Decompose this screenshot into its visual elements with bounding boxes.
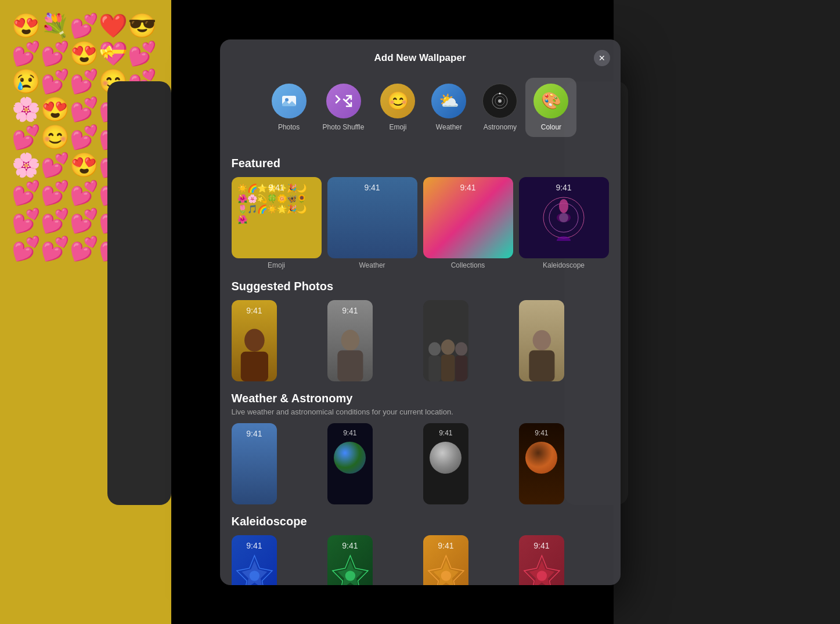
background-right: [614, 0, 840, 624]
featured-emoji-card[interactable]: ☀️🌈⭐🌟✨🎉🌙🌺🌸💫🍀🌼🦋🌻🌷🎵🌈☀️🌟🎉🌙🌺 9:41: [232, 177, 322, 258]
photos-icon: [272, 84, 307, 118]
svg-rect-16: [337, 350, 363, 381]
suggested-photo-4[interactable]: [519, 300, 565, 381]
shuffle-icon: [326, 84, 361, 118]
kaleidoscope-section-title: Kaleidoscope: [232, 515, 609, 528]
svg-rect-18: [428, 355, 441, 381]
suggested-photo-1[interactable]: 9:41: [232, 300, 277, 381]
astronomy-icon: [482, 84, 517, 118]
featured-grid: ☀️🌈⭐🌟✨🎉🌙🌺🌸💫🍀🌼🦋🌻🌷🎵🌈☀️🌟🎉🌙🌺 9:41 Emoji 9:41…: [232, 177, 609, 269]
astronomy-label: Astronomy: [484, 123, 517, 131]
category-weather[interactable]: ⛅ Weather: [423, 78, 474, 137]
featured-emoji-item[interactable]: ☀️🌈⭐🌟✨🎉🌙🌺🌸💫🍀🌼🦋🌻🌷🎵🌈☀️🌟🎉🌙🌺 9:41 Emoji: [232, 177, 322, 269]
suggested-photo-3[interactable]: [423, 300, 469, 381]
suggested-photo-2[interactable]: 9:41: [327, 300, 373, 381]
kaleido-card-1[interactable]: 9:41: [232, 535, 277, 585]
weather-icon: ⛅: [431, 84, 466, 118]
weather-astronomy-grid: 9:41 9:41 9:41 9:41: [232, 423, 609, 504]
kaleido-card-3[interactable]: 9:41: [423, 535, 469, 585]
add-wallpaper-dialog: Add New Wallpaper ✕ Photos Photo Shuffl: [220, 39, 621, 585]
weather-label: Weather: [436, 123, 462, 131]
svg-point-17: [428, 342, 441, 356]
photos-label: Photos: [278, 123, 300, 131]
svg-point-9: [557, 236, 571, 241]
photo1-time: 9:41: [246, 306, 262, 315]
svg-point-4: [498, 99, 502, 103]
weather-wp-time: 9:41: [364, 183, 380, 192]
wa-earth-card[interactable]: 9:41: [327, 423, 373, 504]
wa-earth-time: 9:41: [343, 429, 356, 437]
mars-graphic: [525, 442, 557, 474]
emoji-label: Emoji: [389, 123, 406, 131]
dialog-content: Featured ☀️🌈⭐🌟✨🎉🌙🌺🌸💫🍀🌼🦋🌻🌷🎵🌈☀️🌟🎉🌙🌺 9:41 E…: [220, 146, 621, 585]
emoji-icon: 😊: [380, 84, 415, 118]
suggested-photos-grid: 9:41 9:41: [232, 300, 609, 381]
wa-weather-time: 9:41: [246, 429, 262, 438]
svg-point-30: [345, 571, 355, 581]
wa-moon-time: 9:41: [439, 429, 452, 437]
featured-weather-item[interactable]: 9:41 Weather: [327, 177, 417, 269]
svg-rect-14: [240, 351, 268, 381]
close-button[interactable]: ✕: [594, 50, 610, 66]
svg-rect-24: [529, 350, 554, 381]
dialog-title: Add New Wallpaper: [374, 52, 466, 63]
emoji-wp-label: Emoji: [232, 261, 322, 269]
kaleido-card-4[interactable]: 9:41: [519, 535, 565, 585]
featured-kaleidoscope-item[interactable]: 9:41 Kaleidoscope: [519, 177, 609, 269]
kaleido-card-2[interactable]: 9:41: [327, 535, 373, 585]
svg-point-21: [455, 342, 467, 356]
featured-collections-card[interactable]: 9:41: [423, 177, 513, 258]
earth-graphic: [334, 442, 366, 474]
colour-label: Colour: [541, 123, 561, 131]
svg-point-12: [559, 213, 568, 222]
weather-astronomy-title: Weather & Astronomy: [232, 392, 609, 405]
category-list: Photos Photo Shuffle 😊 Emoji ⛅ Weather: [220, 73, 621, 146]
category-astronomy[interactable]: Astronomy: [474, 78, 525, 137]
svg-point-5: [499, 92, 501, 94]
category-colour[interactable]: 🎨 Colour: [525, 78, 576, 137]
featured-collections-item[interactable]: 9:41 Collections: [423, 177, 513, 269]
svg-point-19: [441, 339, 455, 354]
featured-weather-card[interactable]: 9:41: [327, 177, 417, 258]
featured-section-title: Featured: [232, 157, 609, 170]
svg-point-27: [249, 571, 259, 581]
svg-rect-22: [455, 355, 467, 381]
collections-wp-time: 9:41: [460, 183, 475, 192]
featured-kaleidoscope-card[interactable]: 9:41: [519, 177, 609, 258]
svg-point-23: [532, 330, 551, 350]
category-photos[interactable]: Photos: [264, 78, 315, 137]
wa-weather-card[interactable]: 9:41: [232, 423, 277, 504]
weather-astronomy-subtitle: Live weather and astronomical conditions…: [232, 407, 609, 416]
wa-mars-card[interactable]: 9:41: [519, 423, 565, 504]
svg-point-13: [244, 329, 265, 351]
category-emoji[interactable]: 😊 Emoji: [372, 78, 423, 137]
photo2-time: 9:41: [342, 306, 358, 315]
emoji-wp-time: 9:41: [268, 183, 284, 192]
close-icon: ✕: [599, 53, 605, 63]
suggested-photos-title: Suggested Photos: [232, 280, 609, 293]
svg-point-10: [559, 199, 568, 213]
kaleido-wp-label: Kaleidoscope: [519, 261, 609, 269]
svg-point-36: [536, 571, 547, 581]
dialog-header: Add New Wallpaper ✕: [220, 39, 621, 73]
category-photo-shuffle[interactable]: Photo Shuffle: [315, 78, 373, 137]
wa-mars-time: 9:41: [535, 429, 548, 437]
background-panel-left: [107, 81, 171, 505]
photo-shuffle-label: Photo Shuffle: [323, 123, 365, 131]
svg-point-15: [341, 330, 359, 351]
svg-rect-20: [441, 355, 455, 381]
kaleidoscope-grid: 9:41 9:41: [232, 535, 609, 585]
svg-point-33: [441, 571, 451, 581]
moon-graphic: [430, 442, 462, 474]
wa-moon-card[interactable]: 9:41: [423, 423, 469, 504]
collections-wp-label: Collections: [423, 261, 513, 269]
weather-wp-label: Weather: [327, 261, 417, 269]
colour-icon: 🎨: [533, 84, 568, 118]
